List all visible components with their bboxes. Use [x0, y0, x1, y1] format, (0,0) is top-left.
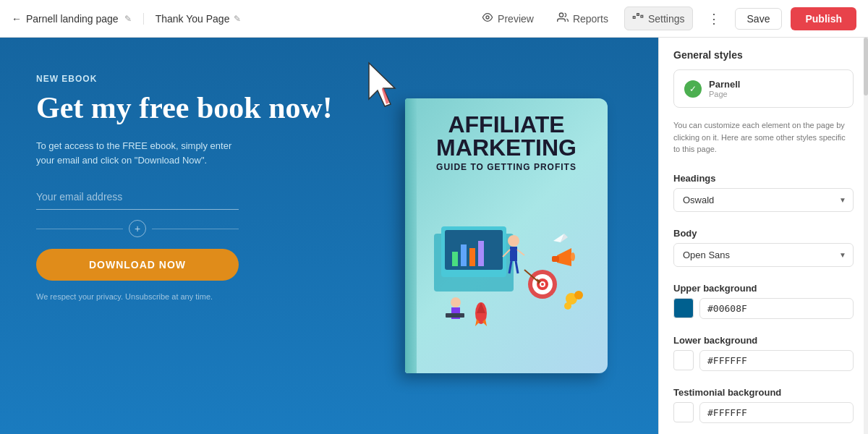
svg-line-20 [516, 261, 518, 273]
preview-label: Preview [498, 13, 534, 25]
page-title: Thank You Page [156, 13, 230, 25]
divider-right [152, 229, 239, 229]
upper-bg-color-swatch[interactable] [673, 298, 694, 318]
page-title-section: Thank You Page ✎ [143, 13, 253, 25]
book-illustration [417, 178, 596, 362]
brand-check-icon: ✓ [684, 80, 702, 98]
headings-select[interactable]: Oswald [673, 188, 854, 212]
brand-info: Parnell Page [709, 79, 740, 98]
main-layout: NEW EBOOK Get my free book now! To get a… [0, 38, 868, 434]
svg-rect-41 [552, 256, 559, 262]
scrollbar-thumb[interactable] [864, 38, 868, 95]
svg-point-28 [451, 297, 461, 307]
lower-bg-color-swatch[interactable] [673, 350, 694, 370]
scrollbar-track[interactable] [864, 38, 868, 434]
lower-bg-color-row [673, 350, 854, 371]
settings-label: Settings [648, 13, 685, 25]
brand-name: Parnell [709, 79, 740, 90]
privacy-text: We respect your privacy. Unsubscribe at … [36, 292, 376, 301]
reports-label: Reports [573, 13, 608, 25]
sidebar-helper-text: You can customize each element on the pa… [659, 119, 868, 167]
svg-rect-6 [637, 14, 639, 16]
preview-icon [482, 12, 493, 25]
settings-icon [632, 12, 644, 25]
body-select[interactable]: Open Sans [673, 243, 854, 267]
svg-rect-30 [446, 313, 464, 318]
topbar: ← Parnell landing page ✎ Thank You Page … [0, 0, 868, 38]
reports-button[interactable]: Reports [550, 7, 616, 30]
book-cover-inner: AFFILIATE MARKETING GUIDE TO GETTING PRO… [405, 98, 608, 373]
publish-button[interactable]: Publish [791, 7, 856, 30]
headings-select-wrapper[interactable]: Oswald ▼ [673, 188, 854, 212]
lower-bg-color-input[interactable] [699, 350, 854, 371]
add-field-button[interactable]: + [129, 220, 146, 237]
brand-card[interactable]: ✓ Parnell Page [673, 69, 854, 108]
edit-page-icon[interactable]: ✎ [234, 14, 241, 24]
sidebar: General styles ✓ Parnell Page You can cu… [658, 38, 868, 434]
canvas-right: AFFILIATE MARKETING GUIDE TO GETTING PRO… [391, 67, 622, 405]
testimonial-bg-color-row [673, 402, 854, 423]
back-button[interactable]: ← Parnell landing page [12, 13, 119, 25]
body-label: Body [659, 222, 868, 243]
preview-button[interactable]: Preview [475, 7, 541, 30]
email-input[interactable] [36, 191, 239, 203]
back-arrow-icon: ← [12, 13, 22, 25]
new-ebook-label: NEW EBOOK [36, 74, 376, 84]
svg-line-18 [517, 250, 524, 255]
svg-point-38 [574, 291, 583, 299]
brand-sub: Page [709, 90, 740, 98]
divider-left [36, 229, 123, 229]
svg-point-42 [571, 252, 575, 261]
svg-point-0 [486, 16, 489, 19]
testimonial-bg-color-input[interactable] [699, 402, 854, 423]
sidebar-section-title: General styles [659, 38, 868, 69]
canvas-left: NEW EBOOK Get my free book now! To get a… [36, 67, 391, 405]
svg-rect-12 [461, 244, 467, 266]
reports-icon [557, 12, 569, 25]
divider-row: + [36, 220, 239, 237]
download-button[interactable]: DOWNLOAD NOW [36, 249, 239, 281]
svg-marker-40 [557, 248, 571, 266]
svg-rect-11 [452, 252, 458, 266]
project-title: Parnell landing page [26, 13, 119, 25]
settings-button[interactable]: Settings [624, 7, 693, 30]
save-button[interactable]: Save [735, 8, 783, 30]
main-headline: Get my free book now! [36, 91, 376, 124]
lower-bg-label: Lower background [659, 329, 868, 350]
svg-rect-16 [510, 247, 517, 261]
testimonial-bg-label: Testimonial background [659, 381, 868, 402]
upper-bg-label: Upper background [659, 277, 868, 298]
svg-rect-13 [469, 248, 475, 266]
testimonial-bg-color-swatch[interactable] [673, 402, 694, 422]
book-title: AFFILIATE MARKETING [417, 113, 596, 159]
canvas-content: NEW EBOOK Get my free book now! To get a… [0, 38, 658, 434]
canvas-area: NEW EBOOK Get my free book now! To get a… [0, 38, 658, 434]
svg-rect-7 [641, 15, 643, 17]
book-cover: AFFILIATE MARKETING GUIDE TO GETTING PRO… [405, 98, 608, 373]
topbar-left: ← Parnell landing page ✎ Thank You Page … [12, 13, 469, 25]
svg-point-15 [508, 235, 519, 247]
edit-project-icon[interactable]: ✎ [124, 14, 132, 24]
sub-text: To get access to the FREE ebook, simply … [36, 139, 239, 167]
svg-rect-5 [633, 17, 635, 19]
svg-point-25 [541, 283, 544, 286]
body-select-wrapper[interactable]: Open Sans ▼ [673, 243, 854, 267]
book-subtitle: GUIDE TO GETTING PROFITS [417, 162, 596, 172]
topbar-right: Preview Reports Settings ⋮ Save Publish [475, 7, 856, 30]
upper-bg-color-row [673, 298, 854, 319]
svg-rect-14 [478, 241, 484, 266]
upper-bg-color-input[interactable] [699, 298, 854, 319]
svg-point-1 [559, 13, 563, 17]
svg-point-39 [564, 302, 571, 310]
email-input-wrapper[interactable] [36, 184, 239, 210]
headings-label: Headings [659, 167, 868, 188]
more-options-button[interactable]: ⋮ [702, 8, 726, 30]
